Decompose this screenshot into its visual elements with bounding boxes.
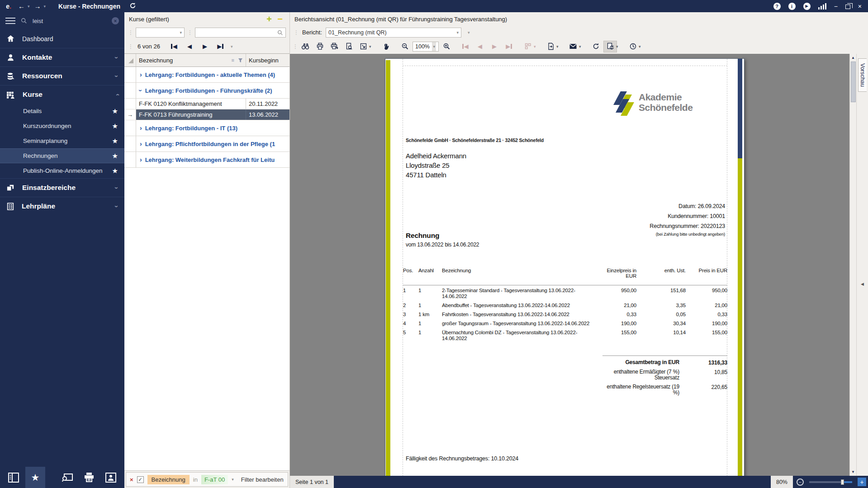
list-view-combobox[interactable]: ▾ [136, 28, 185, 38]
back-history-caret-icon[interactable]: ▾ [28, 4, 30, 9]
column-header-kursbeginn[interactable]: Kursbeginn [246, 57, 289, 64]
course-group-row[interactable]: ›Lehrgang: Fortbildungen - Führungskräft… [124, 83, 289, 99]
refresh-icon[interactable] [129, 2, 136, 10]
video-tutorial-icon[interactable]: ▶ [803, 3, 811, 10]
filter-funnel-icon[interactable] [238, 58, 243, 63]
back-button[interactable]: ← [18, 3, 25, 9]
clear-search-icon[interactable]: × [112, 17, 119, 24]
forward-history-caret-icon[interactable]: ▾ [44, 4, 46, 9]
filter-active-checkbox[interactable]: ✓ [137, 476, 144, 483]
scroll-down-icon[interactable]: ▼ [851, 468, 855, 476]
course-group-row[interactable]: ›Lehrgang: Fortbildungen - IT (13) [124, 120, 289, 136]
document-scrollbar[interactable]: ▲ ▼ [849, 54, 856, 476]
sidebar-item-rechnungen[interactable]: Rechnungen ★ [0, 148, 124, 163]
restore-button[interactable] [845, 5, 850, 9]
help-icon[interactable]: ? [773, 3, 781, 10]
sidebar-item-lehrplaene[interactable]: Lehrpläne › [0, 197, 124, 215]
remove-filter-icon[interactable]: × [130, 476, 133, 483]
bericht-combobox[interactable]: 01_Rechnung (mit QR) ▾ [326, 28, 461, 38]
previous-page-button[interactable]: ◀ [473, 41, 487, 52]
last-record-button[interactable]: ▶ [213, 41, 227, 52]
course-group-row[interactable]: ›Lehrgang: Fortbildungen - aktuelle Them… [124, 67, 289, 83]
report-settings-button[interactable] [603, 41, 617, 52]
add-record-button[interactable]: + [263, 14, 275, 24]
search-input[interactable]: leist [33, 18, 106, 24]
zoom-in-icon[interactable]: + [858, 478, 866, 486]
favorite-star-icon[interactable]: ★ [112, 167, 118, 175]
search-icon[interactable] [277, 30, 283, 36]
sidebar-item-publish-online-anmeldungen[interactable]: Publish-Online-Anmeldungen ★ [0, 163, 124, 178]
grip-handle[interactable]: ⋮ [128, 43, 133, 50]
scrollbar-thumb[interactable] [851, 62, 856, 102]
tab-vorschau[interactable]: Vorschau [858, 58, 867, 92]
sidebar-item-kurse[interactable]: Kurse › [0, 85, 124, 104]
filter-value-chip[interactable]: F-aT 00 [201, 475, 228, 484]
grip-handle[interactable]: ⋮ [187, 29, 192, 36]
caret-down-icon[interactable]: ▾ [639, 44, 643, 49]
sidebar-item-kurszuordnungen[interactable]: Kurszuordnungen ★ [0, 118, 124, 133]
sidebar-item-kontakte[interactable]: Kontakte › [0, 48, 124, 66]
print-button[interactable] [313, 41, 327, 52]
sidebar-item-details[interactable]: Details ★ [0, 104, 124, 118]
sidebar-item-dashboard[interactable]: Dashboard [0, 29, 124, 48]
contact-card-button[interactable] [101, 467, 121, 488]
schedule-button[interactable] [626, 41, 640, 52]
sidebar-item-ressourcen[interactable]: Ressourcen › [0, 66, 124, 85]
caret-down-icon[interactable]: ▾ [232, 477, 234, 482]
last-page-button[interactable]: ▶ [502, 41, 516, 52]
filter-field-chip[interactable]: Bezeichnung [147, 475, 190, 484]
favorite-star-icon[interactable]: ★ [112, 137, 118, 145]
zoom-level-combobox[interactable]: 100% ▾ [413, 42, 439, 52]
caret-down-icon[interactable]: ▾ [231, 44, 233, 49]
chevron-collapsed-icon[interactable]: › [140, 71, 142, 78]
course-group-row[interactable]: ›Lehrgang: Pflichtfortbildungen in der P… [124, 136, 289, 152]
zoom-slider-thumb[interactable] [841, 479, 844, 485]
grip-handle[interactable]: ⋮ [128, 29, 133, 36]
grip-handle[interactable]: ⋮ [294, 29, 299, 36]
pan-tool-button[interactable] [379, 41, 393, 52]
favorite-star-icon[interactable]: ★ [112, 122, 118, 130]
first-page-button[interactable]: ◀ [459, 41, 472, 52]
sidebar-item-seminarplanung[interactable]: Seminarplanung ★ [0, 133, 124, 148]
caret-down-icon[interactable]: ▾ [616, 44, 621, 49]
course-row[interactable]: →F-FK 0713 Führungstraining13.06.2022 [124, 109, 289, 120]
zoom-out-button[interactable] [398, 41, 412, 52]
favorite-star-icon[interactable]: ★ [112, 107, 118, 115]
close-button[interactable]: × [858, 3, 862, 10]
column-header-bezeichnung[interactable]: Bezeichnung ≡ [136, 54, 246, 66]
print-direct-button[interactable] [327, 41, 341, 52]
next-record-button[interactable]: ▶ [198, 41, 212, 52]
course-group-row[interactable]: ›Lehrgang: Weiterbildungen Fachkraft für… [124, 152, 289, 168]
next-page-button[interactable]: ▶ [488, 41, 501, 52]
zoom-slider[interactable] [809, 481, 852, 483]
chevron-collapsed-icon[interactable]: › [140, 156, 142, 163]
favorites-button[interactable]: ★ [25, 467, 45, 488]
zoom-out-icon[interactable]: − [797, 479, 804, 486]
sort-icon[interactable]: ≡ [232, 57, 234, 63]
print-button[interactable] [79, 467, 99, 488]
caret-down-icon[interactable]: ▾ [369, 44, 374, 49]
export-button[interactable] [544, 41, 557, 52]
find-button[interactable] [299, 41, 312, 52]
multipage-layout-button[interactable] [521, 41, 535, 52]
chevron-expanded-icon[interactable]: › [137, 90, 144, 92]
favorite-star-icon[interactable]: ★ [112, 152, 118, 160]
screen-search-button[interactable] [57, 467, 77, 488]
refresh-report-button[interactable] [589, 41, 602, 52]
report-options-caret-icon[interactable]: ▾ [465, 30, 473, 35]
caret-down-icon[interactable]: ▾ [579, 44, 583, 49]
print-preview-button[interactable] [342, 41, 356, 52]
menu-hamburger-icon[interactable] [5, 18, 15, 24]
previous-record-button[interactable]: ◀ [183, 41, 196, 52]
edit-filter-link[interactable]: Filter bearbeiten [241, 476, 284, 483]
list-search-input[interactable] [198, 29, 277, 36]
course-row[interactable]: F-FK 0120 Konfliktmanagement20.11.2022 [124, 99, 289, 109]
email-button[interactable] [566, 41, 580, 52]
collapse-panel-icon[interactable]: ◀ [861, 282, 864, 286]
panel-layout-button[interactable] [4, 467, 24, 488]
grip-handle[interactable]: ⋮ [293, 43, 298, 50]
select-all-corner[interactable] [124, 54, 136, 66]
caret-down-icon[interactable]: ▾ [556, 44, 561, 49]
delete-record-button[interactable]: − [275, 14, 285, 24]
scroll-up-icon[interactable]: ▲ [851, 54, 855, 62]
